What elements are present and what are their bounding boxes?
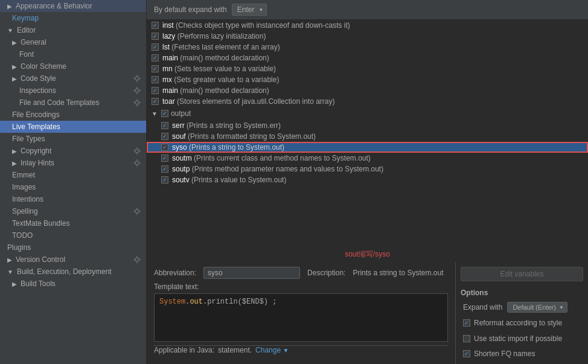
- sidebar-item-live-templates[interactable]: Live Templates: [0, 121, 146, 133]
- sidebar-item-plugins[interactable]: Plugins: [0, 241, 146, 254]
- settings-icon: [133, 159, 141, 167]
- checkbox-mx[interactable]: [152, 76, 159, 83]
- svg-point-1: [135, 89, 139, 92]
- settings-icon: [133, 147, 141, 155]
- applicable-row: Applicable in Java: statement. Change ▼: [154, 345, 448, 354]
- template-item-soutp[interactable]: soutp (Prints method parameter names and…: [147, 164, 588, 174]
- sidebar-item-textmate-bundles[interactable]: TextMate Bundles: [0, 217, 146, 229]
- template-item-mx[interactable]: mx (Sets greater value to a variable): [147, 74, 588, 85]
- svg-point-6: [135, 258, 139, 261]
- checkbox-lst[interactable]: [152, 43, 159, 51]
- checkbox-lazy[interactable]: [152, 33, 159, 40]
- sidebar-item-inspections[interactable]: Inspections: [0, 85, 146, 97]
- checkbox-mn[interactable]: [152, 65, 159, 72]
- sidebar-item-todo[interactable]: TODO: [0, 229, 146, 241]
- arrow-icon: ▶: [12, 39, 17, 46]
- template-text-label: Template text:: [154, 283, 448, 291]
- sidebar-item-file-encodings[interactable]: File Encodings: [0, 109, 146, 121]
- arrow-icon: ▼: [152, 110, 158, 117]
- checkbox-reformat[interactable]: [463, 319, 470, 327]
- template-item-lst[interactable]: lst (Fetches last element of an array): [147, 42, 588, 53]
- sidebar-item-code-style[interactable]: ▶ Code Style: [0, 72, 146, 85]
- sidebar-item-spelling[interactable]: Spelling: [0, 205, 146, 217]
- checkbox-souf[interactable]: [161, 133, 168, 140]
- sidebar-item-intentions[interactable]: Intentions: [0, 193, 146, 205]
- template-item-serr[interactable]: serr (Prints a string to System.err): [147, 120, 588, 131]
- arrow-icon: ▶: [7, 3, 12, 10]
- template-item-inst[interactable]: inst (Checks object type with instanceof…: [147, 20, 588, 31]
- checkbox-main1[interactable]: [152, 54, 159, 62]
- svg-point-3: [135, 149, 139, 153]
- sidebar-item-build-execution[interactable]: ▼ Build, Execution, Deployment: [0, 266, 146, 278]
- sidebar-item-copyright[interactable]: ▶ Copyright: [0, 145, 146, 157]
- template-item-main1[interactable]: main (main() method declaration): [147, 53, 588, 63]
- expand-with-options-dropdown[interactable]: Default (Enter): [507, 302, 567, 313]
- options-checkbox-static-import[interactable]: Use static import if possible: [463, 334, 583, 344]
- sidebar-item-editor[interactable]: ▼ Editor: [0, 24, 146, 36]
- bottom-split: Abbreviation: Description: Prints a stri…: [147, 262, 588, 364]
- sidebar-item-emmet[interactable]: Emmet: [0, 169, 146, 181]
- arrow-icon: ▶: [12, 63, 17, 70]
- template-item-mn[interactable]: mn (Sets lesser value to a variable): [147, 63, 588, 74]
- sidebar-item-appearance[interactable]: ▶ Appearance & Behavior: [0, 0, 146, 12]
- top-bar: By default expand with Enter: [147, 0, 588, 20]
- options-checkbox-shorten-fq[interactable]: Shorten FQ names: [463, 350, 583, 359]
- checkbox-soutp[interactable]: [161, 165, 168, 173]
- sidebar-item-font[interactable]: Font: [0, 48, 146, 60]
- template-item-toar[interactable]: toar (Stores elements of java.util.Colle…: [147, 96, 588, 107]
- checkbox-serr[interactable]: [161, 122, 168, 129]
- edit-variables-button[interactable]: Edit variables: [461, 267, 583, 281]
- left-content: inst (Checks object type with instanceof…: [147, 20, 588, 364]
- checkbox-syso[interactable]: [161, 144, 168, 151]
- options-checkbox-reformat[interactable]: Reformat according to style: [463, 319, 583, 328]
- expand-with-row: Expand with Default (Enter): [463, 302, 583, 313]
- sidebar-item-inlay-hints[interactable]: ▶ Inlay Hints: [0, 157, 146, 169]
- sidebar-item-file-types[interactable]: File Types: [0, 133, 146, 145]
- sidebar-item-file-code-templates[interactable]: File and Code Templates: [0, 97, 146, 109]
- sidebar-item-keymap[interactable]: Keymap: [0, 12, 146, 24]
- checkbox-main2[interactable]: [152, 87, 159, 94]
- right-panel: Edit variables Options Expand with Defau…: [455, 262, 588, 364]
- sidebar-item-images[interactable]: Images: [0, 181, 146, 193]
- arrow-icon: ▶: [7, 257, 12, 263]
- description-label: Description:: [307, 269, 345, 277]
- abbrev-desc-row: Abbreviation: Description: Prints a stri…: [154, 267, 448, 279]
- applicable-context: statement.: [218, 346, 252, 354]
- applicable-text: Applicable in Java:: [154, 346, 214, 354]
- sidebar-item-color-scheme[interactable]: ▶ Color Scheme: [0, 60, 146, 72]
- checkbox-soutm[interactable]: [161, 155, 168, 162]
- template-code-area[interactable]: System.out.println($END$) ;: [154, 293, 448, 342]
- template-list: inst (Checks object type with instanceof…: [147, 20, 588, 247]
- change-link[interactable]: Change ▼: [255, 346, 289, 354]
- settings-icon: [133, 207, 141, 216]
- arrow-icon: ▶: [12, 160, 17, 167]
- arrow-icon: ▼: [7, 269, 13, 275]
- content-area: By default expand with Enter inst (Check…: [147, 0, 588, 364]
- checkbox-inst[interactable]: [152, 22, 159, 29]
- checkbox-soutv[interactable]: [161, 176, 168, 184]
- template-item-souf[interactable]: souf (Prints a formatted string to Syste…: [147, 131, 588, 142]
- bottom-left: Abbreviation: Description: Prints a stri…: [147, 262, 455, 364]
- settings-icon: [133, 255, 141, 264]
- svg-point-0: [135, 77, 139, 80]
- output-group-header[interactable]: ▼ output: [147, 107, 588, 120]
- expand-with-label: By default expand with: [154, 5, 227, 14]
- sidebar-item-version-control[interactable]: ▶ Version Control: [0, 254, 146, 266]
- template-item-soutm[interactable]: soutm (Prints current class and method n…: [147, 153, 588, 164]
- template-item-lazy[interactable]: lazy (Performs lazy initialization): [147, 31, 588, 42]
- svg-point-4: [135, 161, 139, 165]
- expand-with-dropdown[interactable]: Enter: [232, 4, 267, 16]
- group-checkbox-output[interactable]: [161, 110, 168, 117]
- template-item-main2[interactable]: main (main() method declaration): [147, 85, 588, 96]
- template-item-soutv[interactable]: soutv (Prints a value to System.out): [147, 174, 588, 185]
- abbreviation-input[interactable]: [203, 267, 300, 279]
- checkbox-toar[interactable]: [152, 98, 159, 105]
- settings-icon: [133, 86, 141, 95]
- label-shorten-fq: Shorten FQ names: [474, 350, 535, 359]
- sidebar-item-build-tools[interactable]: ▶ Build Tools: [0, 278, 146, 290]
- options-label: Options: [461, 289, 583, 297]
- checkbox-static-import[interactable]: [463, 335, 470, 342]
- sidebar-item-general[interactable]: ▶ General: [0, 36, 146, 48]
- template-item-syso[interactable]: syso (Prints a string to System.out): [147, 142, 588, 153]
- checkbox-shorten-fq[interactable]: [463, 350, 470, 357]
